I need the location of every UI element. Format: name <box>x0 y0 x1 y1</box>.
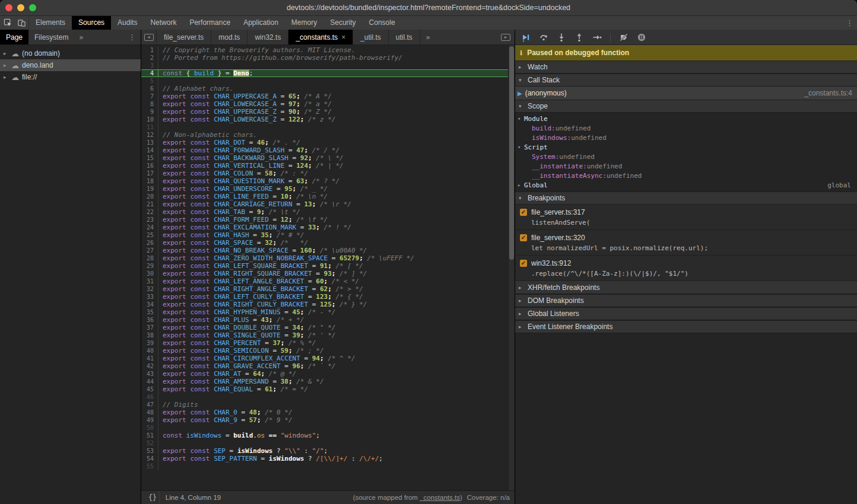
collapse-triangle-icon: ▸ <box>519 311 524 317</box>
line-number: 27 <box>141 247 158 254</box>
scope-group-script[interactable]: ▾Script <box>515 142 857 152</box>
panel-tabs: ElementsSourcesAuditsNetworkPerformanceA… <box>29 16 402 30</box>
scope-property[interactable]: System: undefined <box>515 152 857 161</box>
tab-network[interactable]: Network <box>144 16 183 30</box>
tree-item-no-domain[interactable]: ▸☁(no domain) <box>0 47 141 59</box>
code-line: 37export const CHAR_DOUBLE_QUOTE = 34; /… <box>141 324 508 331</box>
breakpoint-entry[interactable]: ✓file_server.ts:320let normalizedUrl = p… <box>515 230 857 256</box>
inspect-element-icon[interactable] <box>4 18 12 27</box>
step-out-button[interactable] <box>574 33 584 42</box>
step-into-button[interactable] <box>557 33 566 42</box>
close-window-button[interactable] <box>5 4 12 11</box>
line-number: 43 <box>141 370 158 378</box>
step-button[interactable] <box>592 33 602 42</box>
resume-script-button[interactable] <box>521 33 531 42</box>
line-content: export const CHAR_CIRCUMFLEX_ACCENT = 94… <box>158 355 356 362</box>
cloud-icon: ☁ <box>11 73 19 82</box>
breakpoint-checkbox[interactable]: ✓ <box>520 260 527 267</box>
scope-property[interactable]: __instantiate: undefined <box>515 161 857 171</box>
device-toolbar-icon[interactable] <box>17 18 26 27</box>
scope-group-name: Module <box>524 115 548 123</box>
triangle-right-icon: ▸ <box>4 62 8 68</box>
section-watch[interactable]: ▸ Watch <box>515 60 857 74</box>
tab-memory[interactable]: Memory <box>285 16 323 30</box>
tab-console[interactable]: Console <box>363 16 402 30</box>
line-number: 20 <box>141 193 158 200</box>
line-content: const isWindows = build.os == "windows"; <box>158 432 320 439</box>
code-line: 9export const CHAR_UPPERCASE_Z = 90; /* … <box>141 108 508 116</box>
expand-triangle-icon: ▾ <box>519 77 524 83</box>
section-scope[interactable]: ▾ Scope <box>515 100 857 113</box>
line-content: export const CHAR_ZERO_WIDTH_NOBREAK_SPA… <box>158 254 414 262</box>
navigator-tab-overflow-icon[interactable]: » <box>74 30 88 44</box>
line-content: export const CHAR_AT = 64; /* @ */ <box>158 370 296 378</box>
step-over-button[interactable] <box>539 33 548 42</box>
breakpoint-entry[interactable]: ✓win32.ts:912.replace(/^\/*([A-Za-z]:)(\… <box>515 256 857 281</box>
section-xhr-fetch-breakpoints[interactable]: ▸XHR/fetch Breakpoints <box>515 281 857 294</box>
breakpoint-location: win32.ts:912 <box>531 259 571 267</box>
more-tools-menu-icon[interactable]: ⋮ <box>846 16 853 30</box>
tab-application[interactable]: Application <box>237 16 285 30</box>
pause-on-exceptions-button[interactable] <box>637 33 646 42</box>
tab-elements[interactable]: Elements <box>29 16 72 30</box>
show-debugger-panel-button[interactable]: ▸ <box>497 30 515 44</box>
editor-tab-constants-ts[interactable]: _constants.ts× <box>288 30 353 44</box>
editor-tab-mod-ts[interactable]: mod.ts <box>211 30 247 44</box>
tab-sources[interactable]: Sources <box>72 16 111 30</box>
section-event-listener-breakpoints[interactable]: ▸Event Listener Breakpoints <box>515 320 857 333</box>
editor-tab-overflow-icon[interactable]: » <box>420 30 436 44</box>
collapse-triangle-icon: ▸ <box>519 285 524 291</box>
line-number: 1 <box>141 46 158 54</box>
navigator-tab-page[interactable]: Page <box>0 30 28 44</box>
editor-scrollbar-thumb[interactable] <box>509 46 514 260</box>
source-mapped-link[interactable]: _constants.ts <box>420 494 460 501</box>
line-content: export const CHAR_COLON = 58; /* : */ <box>158 170 308 177</box>
line-number: 30 <box>141 270 158 277</box>
section-dom-breakpoints[interactable]: ▸DOM Breakpoints <box>515 294 857 307</box>
close-tab-icon[interactable]: × <box>341 33 345 42</box>
navigator-tab-filesystem[interactable]: Filesystem <box>28 30 74 44</box>
line-content: export const CHAR_SINGLE_QUOTE = 39; /* … <box>158 331 335 339</box>
pretty-print-button[interactable]: {} <box>146 491 160 504</box>
code-line: 6// Alphabet chars. <box>141 85 508 92</box>
line-number: 7 <box>141 92 158 100</box>
editor-tab-win32-ts[interactable]: win32.ts <box>247 30 288 44</box>
call-stack-frame[interactable]: ▶ (anonymous) _constants.ts:4 <box>515 87 857 100</box>
editor-tab-file-server-ts[interactable]: file_server.ts <box>157 30 211 44</box>
scope-group-module[interactable]: ▾Module <box>515 114 857 123</box>
editor-tab-util-ts[interactable]: util.ts <box>389 30 420 44</box>
window-title: devtools://devtools/bundled/inspector.ht… <box>0 0 857 16</box>
line-content: export const CHAR_VERTICAL_LINE = 124; /… <box>158 162 344 170</box>
zoom-window-button[interactable] <box>29 4 36 11</box>
line-content <box>158 123 163 131</box>
deactivate-breakpoints-button[interactable] <box>619 33 629 42</box>
scope-property[interactable]: build: undefined <box>515 123 857 133</box>
section-breakpoints[interactable]: ▾ Breakpoints <box>515 192 857 205</box>
editor-pane: ◂ file_server.tsmod.tswin32.ts_constants… <box>141 30 515 504</box>
source-code-editor[interactable]: 1// Copyright the Browserify authors. MI… <box>141 45 508 490</box>
section-call-stack[interactable]: ▾ Call Stack <box>515 74 857 87</box>
tab-performance[interactable]: Performance <box>183 16 237 30</box>
tree-item-deno-land[interactable]: ▸☁deno.land <box>0 59 141 71</box>
section-label: Event Listener Breakpoints <box>528 323 612 331</box>
tab-security[interactable]: Security <box>323 16 362 30</box>
line-number: 2 <box>141 54 158 62</box>
breakpoint-checkbox[interactable]: ✓ <box>520 234 527 241</box>
tab-audits[interactable]: Audits <box>111 16 144 30</box>
breakpoint-entry[interactable]: ✓file_server.ts:317listenAndServe( <box>515 205 857 230</box>
scope-group-global[interactable]: ▸Globalglobal <box>515 180 857 190</box>
minimize-window-button[interactable] <box>17 4 24 11</box>
line-number: 22 <box>141 208 158 216</box>
tree-item-file[interactable]: ▸☁file:// <box>0 71 141 83</box>
editor-tab-util-ts[interactable]: _util.ts <box>353 30 389 44</box>
hide-navigator-button[interactable]: ◂ <box>141 30 157 44</box>
scope-property[interactable]: isWindows: undefined <box>515 133 857 142</box>
breakpoint-header: ✓file_server.ts:320 <box>515 232 857 243</box>
scope-property[interactable]: __instantiateAsync: undefined <box>515 171 857 180</box>
breakpoint-checkbox[interactable]: ✓ <box>520 209 527 216</box>
code-line: 54export const SEP_PATTERN = isWindows ?… <box>141 455 508 462</box>
section-global-listeners[interactable]: ▸Global Listeners <box>515 307 857 320</box>
editor-scrollbar[interactable] <box>508 45 515 490</box>
navigator-more-menu-icon[interactable]: ⋮ <box>128 30 136 45</box>
code-line: 29export const CHAR_LEFT_SQUARE_BRACKET … <box>141 262 508 270</box>
